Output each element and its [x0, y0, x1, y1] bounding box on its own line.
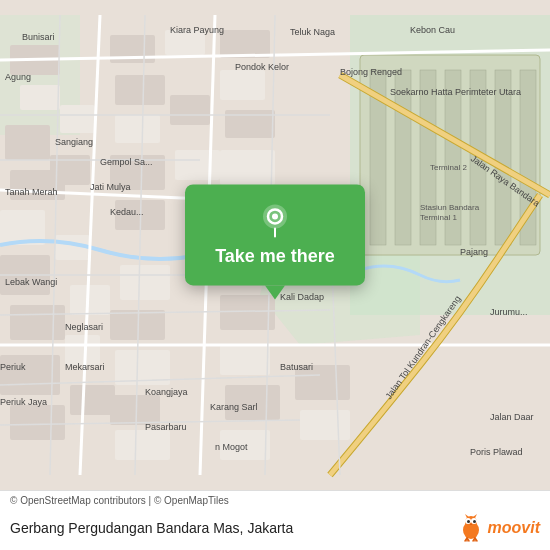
- svg-text:Bunisari: Bunisari: [22, 32, 55, 42]
- svg-text:Pajang: Pajang: [460, 247, 488, 257]
- popup-card[interactable]: Take me there: [185, 184, 365, 285]
- svg-text:Koangjaya: Koangjaya: [145, 387, 188, 397]
- svg-rect-39: [115, 430, 170, 460]
- svg-rect-33: [175, 150, 220, 180]
- svg-rect-15: [60, 105, 95, 133]
- svg-text:Terminal 2: Terminal 2: [430, 163, 467, 172]
- svg-text:Batusari: Batusari: [280, 362, 313, 372]
- svg-rect-30: [115, 115, 160, 143]
- attribution-row: © OpenStreetMap contributors | © OpenMap…: [0, 491, 550, 508]
- moovit-brand-text: moovit: [488, 519, 540, 537]
- attribution-text: © OpenStreetMap contributors | © OpenMap…: [10, 495, 229, 506]
- svg-rect-26: [70, 385, 115, 415]
- map-container[interactable]: Bunisari Agung Sangiang Gempol Sa... Jat…: [0, 0, 550, 490]
- svg-text:Jurumu...: Jurumu...: [490, 307, 528, 317]
- svg-text:Neglasari: Neglasari: [65, 322, 103, 332]
- location-row: Gerbang Pergudangan Bandara Mas, Jakarta: [0, 508, 550, 550]
- svg-text:Sangiang: Sangiang: [55, 137, 93, 147]
- svg-text:Pondok Kelor: Pondok Kelor: [235, 62, 289, 72]
- svg-text:Periuk Jaya: Periuk Jaya: [0, 397, 47, 407]
- svg-text:Kali Dadap: Kali Dadap: [280, 292, 324, 302]
- svg-point-112: [467, 520, 470, 523]
- svg-text:Jati Mulya: Jati Mulya: [90, 182, 131, 192]
- svg-text:Agung: Agung: [5, 72, 31, 82]
- svg-rect-43: [220, 150, 275, 185]
- svg-text:Kebon Cau: Kebon Cau: [410, 25, 455, 35]
- svg-text:Periuk: Periuk: [0, 362, 26, 372]
- svg-text:Kiara Payung: Kiara Payung: [170, 25, 224, 35]
- svg-rect-23: [0, 355, 60, 395]
- svg-text:Mekarsari: Mekarsari: [65, 362, 105, 372]
- svg-text:Lebak Wangi: Lebak Wangi: [5, 277, 57, 287]
- svg-rect-44: [220, 295, 275, 330]
- svg-text:Bojong Renged: Bojong Renged: [340, 67, 402, 77]
- svg-text:n Mogot: n Mogot: [215, 442, 248, 452]
- svg-text:Pasarbaru: Pasarbaru: [145, 422, 187, 432]
- svg-rect-45: [220, 345, 270, 375]
- svg-text:Karang Sarl: Karang Sarl: [210, 402, 258, 412]
- app: Bunisari Agung Sangiang Gempol Sa... Jat…: [0, 0, 550, 550]
- svg-rect-21: [10, 305, 65, 340]
- svg-text:Terminal 1: Terminal 1: [420, 213, 457, 222]
- svg-rect-22: [70, 285, 110, 315]
- svg-rect-31: [170, 95, 210, 125]
- svg-rect-41: [220, 70, 265, 100]
- svg-rect-38: [110, 395, 160, 425]
- svg-rect-13: [20, 85, 60, 110]
- svg-rect-29: [115, 75, 165, 105]
- svg-point-113: [473, 520, 476, 523]
- svg-rect-49: [300, 410, 350, 440]
- svg-rect-24: [65, 335, 100, 365]
- svg-text:Kedau...: Kedau...: [110, 207, 144, 217]
- bottom-bar: © OpenStreetMap contributors | © OpenMap…: [0, 490, 550, 550]
- svg-rect-14: [5, 125, 50, 160]
- moovit-logo: moovit: [457, 514, 540, 542]
- popup-label: Take me there: [215, 246, 335, 267]
- moovit-owl-icon: [457, 514, 485, 542]
- svg-text:Tanah Merah: Tanah Merah: [5, 187, 58, 197]
- svg-text:Soekarno Hatta Perimteter Utar: Soekarno Hatta Perimteter Utara: [390, 87, 521, 97]
- location-pin-icon: [257, 202, 293, 238]
- svg-rect-25: [10, 405, 65, 440]
- svg-text:Teluk Naga: Teluk Naga: [290, 27, 335, 37]
- svg-text:Poris Plawad: Poris Plawad: [470, 447, 523, 457]
- svg-text:Gempol Sa...: Gempol Sa...: [100, 157, 153, 167]
- location-text: Gerbang Pergudangan Bandara Mas, Jakarta: [10, 520, 293, 536]
- svg-rect-42: [225, 110, 275, 138]
- svg-text:Stasiun Bandara: Stasiun Bandara: [420, 203, 480, 212]
- svg-rect-35: [120, 265, 170, 300]
- svg-point-104: [272, 213, 278, 219]
- svg-text:Jalan Daar: Jalan Daar: [490, 412, 534, 422]
